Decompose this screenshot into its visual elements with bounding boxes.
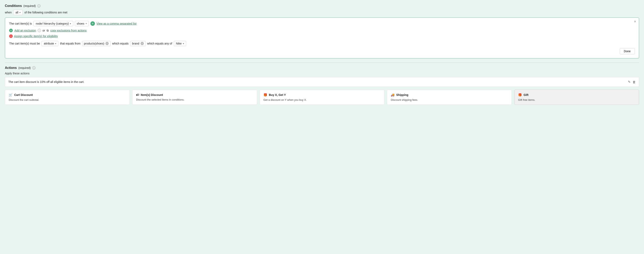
attribute-dropdown[interactable]: attribute ▾ [42, 41, 58, 46]
shoes-tag-remove-icon[interactable]: × [86, 22, 87, 25]
cart-discount-icon: 🛒 [9, 93, 12, 97]
action-item-text: The cart item discount is 10% off all el… [8, 80, 84, 83]
conditions-info-icon[interactable]: i [37, 4, 40, 8]
hierarchy-dropdown[interactable]: node/ hierarchy (category) ▾ [34, 21, 73, 26]
hierarchy-chevron-icon: ▾ [70, 23, 71, 25]
brand-tag-value: brand [132, 42, 139, 45]
which-equals-1-text: which equals [112, 42, 128, 45]
gift-label: Gift [524, 93, 528, 96]
cart-item-must-be-label: The cart item(s) must be [9, 42, 40, 45]
shoes-tag-value: shoes [77, 22, 84, 25]
products-shoes-tag: products(shoes) × [82, 41, 110, 46]
action-cards-container: 🛒 Cart Discount Discount the cart subtot… [5, 90, 639, 105]
done-row: Done [9, 46, 635, 54]
cart-item-prefix: The cart item(s) is [9, 22, 32, 25]
buy-x-get-y-label: Buy X, Get Y [269, 93, 286, 96]
gift-title: 🎁 Gift [518, 93, 635, 97]
that-equals-text: that equals from [60, 42, 80, 45]
brand-tag: brand × [130, 41, 146, 46]
shipping-desc: Discount shipping fees. [391, 98, 508, 101]
shipping-title: 🚚 Shipping [391, 93, 508, 97]
buy-x-get-y-desc: Get a discount on Y when you buy X. [264, 98, 380, 101]
close-condition-button[interactable]: × [634, 20, 636, 23]
gift-icon: 🎁 [518, 93, 522, 97]
all-dropdown-value: all [16, 11, 18, 14]
cart-discount-desc: Discount the cart subtotal. [9, 98, 126, 101]
items-discount-card[interactable]: 🏷 Item(s) Discount Discount the selected… [132, 90, 257, 105]
items-discount-icon: 🏷 [136, 93, 139, 96]
when-label: when [5, 11, 12, 14]
copy-icon: ⧉ [47, 29, 49, 32]
actions-info-icon[interactable]: i [32, 66, 36, 69]
conditions-required: (required) [24, 4, 36, 8]
conditions-all-dropdown[interactable]: all ▾ [13, 10, 23, 15]
products-shoes-remove-icon[interactable]: × [106, 42, 109, 45]
following-text: of the following conditions are met [24, 11, 67, 14]
add-exclusion-link[interactable]: Add an exclusion [14, 29, 36, 32]
actions-title: Actions (required) i [5, 66, 639, 70]
shipping-label: Shipping [396, 93, 408, 96]
shipping-icon: 🚚 [391, 93, 394, 97]
cart-discount-title: 🛒 Cart Discount [9, 93, 126, 97]
cart-item-condition-row: The cart item(s) is node/ hierarchy (cat… [9, 21, 635, 26]
edit-action-button[interactable]: ✎ [628, 80, 630, 84]
section-divider [5, 63, 639, 63]
or-text: or [42, 29, 45, 32]
chevron-down-icon: ▾ [20, 11, 20, 14]
attribute-dropdown-value: attribute [44, 42, 54, 45]
gift-card[interactable]: 🎁 Gift Gift free items. [514, 90, 639, 105]
buy-x-get-y-icon: 🎁 [264, 93, 267, 97]
conditions-when-row: when all ▾ of the following conditions a… [5, 10, 639, 15]
which-equals-2-text: which equals any of [147, 42, 172, 45]
nike-dropdown[interactable]: Nike ▾ [174, 41, 186, 46]
assign-specific-link[interactable]: Assign specific item(s) for eligibility [14, 35, 58, 38]
conditions-section: Conditions (required) i when all ▾ of th… [5, 4, 639, 59]
add-tag-button[interactable]: + [90, 21, 95, 26]
brand-remove-icon[interactable]: × [140, 42, 144, 45]
apply-text: Apply these actions [5, 72, 639, 75]
copy-exclusions-link[interactable]: copy exclusions from actions [50, 29, 86, 32]
cart-discount-label: Cart Discount [14, 93, 33, 96]
add-exclusion-plus-icon: + [9, 29, 13, 32]
items-discount-title: 🏷 Item(s) Discount [136, 93, 253, 96]
exclusion-info-icon[interactable]: i [38, 29, 41, 32]
actions-title-text: Actions [5, 66, 17, 70]
items-discount-desc: Discount the selected items in condition… [136, 98, 253, 101]
delete-action-button[interactable]: 🗑 [633, 80, 636, 84]
nike-chevron-icon: ▾ [183, 43, 184, 45]
assign-minus-icon[interactable]: − [9, 34, 13, 38]
actions-section: Actions (required) i Apply these actions… [5, 66, 639, 105]
buy-x-get-y-card[interactable]: 🎁 Buy X, Get Y Get a discount on Y when … [260, 90, 384, 105]
gift-desc: Gift free items. [518, 98, 635, 101]
eligibility-row: The cart item(s) must be attribute ▾ tha… [9, 41, 635, 46]
view-as-link[interactable]: View as a comma separated list [96, 22, 136, 25]
done-button[interactable]: Done [620, 48, 635, 54]
hierarchy-dropdown-value: node/ hierarchy (category) [36, 22, 69, 25]
shoes-tag-input: shoes × [75, 21, 88, 26]
nike-dropdown-value: Nike [176, 42, 182, 45]
actions-required: (required) [18, 66, 31, 69]
action-item-row: The cart item discount is 10% off all el… [5, 77, 639, 87]
attribute-chevron-icon: ▾ [55, 43, 56, 45]
condition-box: × The cart item(s) is node/ hierarchy (c… [5, 18, 639, 59]
assign-row: − Assign specific item(s) for eligibilit… [9, 34, 635, 38]
action-icons-group: ✎ 🗑 [628, 80, 636, 84]
buy-x-get-y-title: 🎁 Buy X, Get Y [264, 93, 380, 97]
exclusion-row: + Add an exclusion i or ⧉ copy exclusion… [9, 29, 635, 32]
cart-discount-card[interactable]: 🛒 Cart Discount Discount the cart subtot… [5, 90, 130, 105]
products-shoes-tag-value: products(shoes) [84, 42, 104, 45]
items-discount-label: Item(s) Discount [141, 93, 163, 96]
conditions-title-text: Conditions [5, 4, 22, 8]
conditions-title: Conditions (required) i [5, 4, 639, 8]
shipping-card[interactable]: 🚚 Shipping Discount shipping fees. [387, 90, 512, 105]
